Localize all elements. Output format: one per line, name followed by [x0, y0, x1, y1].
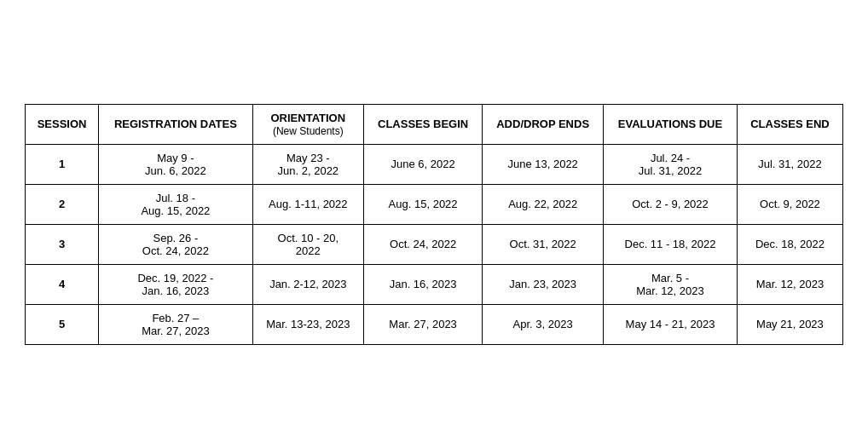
- cell-classes-begin: Jan. 16, 2023: [364, 264, 483, 304]
- cell-add-drop-ends: June 13, 2022: [483, 144, 604, 184]
- header-registration-dates: REGISTRATION DATES: [99, 104, 252, 144]
- cell-evaluations-due: Dec. 11 - 18, 2022: [604, 224, 738, 264]
- header-orientation: ORIENTATION (New Students): [252, 104, 363, 144]
- cell-add-drop-ends: Apr. 3, 2023: [483, 304, 604, 344]
- cell-registration-dates: May 9 -Jun. 6, 2022: [99, 144, 252, 184]
- cell-registration-dates: Sep. 26 -Oct. 24, 2022: [99, 224, 252, 264]
- cell-evaluations-due: Oct. 2 - 9, 2022: [604, 184, 738, 224]
- cell-add-drop-ends: Jan. 23, 2023: [483, 264, 604, 304]
- schedule-table-wrapper: SESSION REGISTRATION DATES ORIENTATION (…: [25, 104, 843, 345]
- cell-session: 3: [26, 224, 99, 264]
- table-row: 3Sep. 26 -Oct. 24, 2022Oct. 10 - 20,2022…: [26, 224, 843, 264]
- cell-registration-dates: Dec. 19, 2022 -Jan. 16, 2023: [99, 264, 252, 304]
- table-row: 4Dec. 19, 2022 -Jan. 16, 2023Jan. 2-12, …: [26, 264, 843, 304]
- cell-classes-end: Mar. 12, 2023: [737, 264, 842, 304]
- table-row: 1May 9 -Jun. 6, 2022May 23 -Jun. 2, 2022…: [26, 144, 843, 184]
- cell-classes-end: May 21, 2023: [737, 304, 842, 344]
- header-session: SESSION: [26, 104, 99, 144]
- header-classes-end: CLASSES END: [737, 104, 842, 144]
- cell-evaluations-due: Mar. 5 -Mar. 12, 2023: [604, 264, 738, 304]
- orientation-main-label: ORIENTATION: [271, 112, 346, 124]
- table-row: 2Jul. 18 -Aug. 15, 2022Aug. 1-11, 2022Au…: [26, 184, 843, 224]
- cell-classes-end: Oct. 9, 2022: [737, 184, 842, 224]
- cell-evaluations-due: May 14 - 21, 2023: [604, 304, 738, 344]
- cell-orientation: Aug. 1-11, 2022: [252, 184, 363, 224]
- cell-session: 1: [26, 144, 99, 184]
- header-classes-begin: CLASSES BEGIN: [364, 104, 483, 144]
- cell-classes-begin: Oct. 24, 2022: [364, 224, 483, 264]
- cell-session: 4: [26, 264, 99, 304]
- cell-add-drop-ends: Aug. 22, 2022: [483, 184, 604, 224]
- cell-session: 5: [26, 304, 99, 344]
- cell-classes-begin: Mar. 27, 2023: [364, 304, 483, 344]
- cell-orientation: May 23 -Jun. 2, 2022: [252, 144, 363, 184]
- cell-orientation: Mar. 13-23, 2023: [252, 304, 363, 344]
- cell-evaluations-due: Jul. 24 -Jul. 31, 2022: [604, 144, 738, 184]
- table-row: 5Feb. 27 –Mar. 27, 2023Mar. 13-23, 2023M…: [26, 304, 843, 344]
- cell-classes-end: Dec. 18, 2022: [737, 224, 842, 264]
- cell-registration-dates: Feb. 27 –Mar. 27, 2023: [99, 304, 252, 344]
- header-row: SESSION REGISTRATION DATES ORIENTATION (…: [26, 104, 843, 144]
- cell-add-drop-ends: Oct. 31, 2022: [483, 224, 604, 264]
- cell-classes-begin: Aug. 15, 2022: [364, 184, 483, 224]
- cell-orientation: Jan. 2-12, 2023: [252, 264, 363, 304]
- cell-classes-end: Jul. 31, 2022: [737, 144, 842, 184]
- header-evaluations-due: EVALUATIONS DUE: [604, 104, 738, 144]
- header-add-drop: ADD/DROP ENDS: [483, 104, 604, 144]
- schedule-table: SESSION REGISTRATION DATES ORIENTATION (…: [25, 104, 843, 345]
- cell-orientation: Oct. 10 - 20,2022: [252, 224, 363, 264]
- cell-registration-dates: Jul. 18 -Aug. 15, 2022: [99, 184, 252, 224]
- orientation-sub-label: (New Students): [273, 125, 344, 137]
- cell-session: 2: [26, 184, 99, 224]
- cell-classes-begin: June 6, 2022: [364, 144, 483, 184]
